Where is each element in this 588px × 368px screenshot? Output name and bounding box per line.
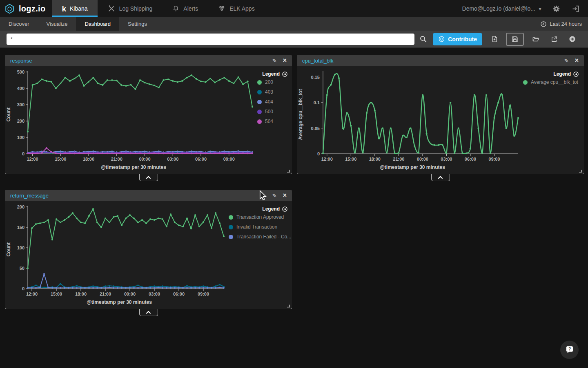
legend-label: Transaction Approved bbox=[236, 214, 284, 220]
remove-panel-button[interactable]: × bbox=[575, 57, 579, 64]
svg-text:15:00: 15:00 bbox=[55, 157, 66, 162]
remove-panel-button[interactable]: × bbox=[283, 192, 287, 199]
search-icon bbox=[419, 35, 427, 43]
share-dashboard-button[interactable] bbox=[545, 36, 563, 43]
help-button[interactable]: ? bbox=[560, 341, 579, 359]
panel-header[interactable]: return_message ✎ × bbox=[5, 190, 292, 201]
legend-item[interactable]: 200 bbox=[257, 79, 291, 85]
edit-panel-button[interactable]: ✎ bbox=[564, 58, 569, 63]
panel-header[interactable]: cpu_total_blk ✎ × bbox=[297, 55, 584, 66]
legend-label: 500 bbox=[265, 109, 273, 114]
edit-panel-button[interactable]: ✎ bbox=[272, 58, 277, 63]
legend-color-dot bbox=[229, 235, 233, 239]
panel-resize-handle[interactable] bbox=[287, 305, 290, 307]
query-toolbar: Contribute bbox=[0, 31, 588, 48]
legend-item[interactable]: 404 bbox=[257, 99, 291, 105]
svg-text:15:00: 15:00 bbox=[345, 157, 356, 162]
svg-text:150: 150 bbox=[17, 225, 24, 230]
panel-collapse-button[interactable] bbox=[139, 309, 158, 316]
legend-item[interactable]: 403 bbox=[257, 89, 291, 95]
panel-header[interactable]: response ✎ × bbox=[5, 55, 292, 66]
panel-return-message: return_message ✎ × Count 05010015020012:… bbox=[5, 190, 292, 309]
legend-item[interactable]: Invalid Transaction bbox=[229, 224, 291, 230]
legend-collapse-icon bbox=[282, 72, 287, 77]
new-dashboard-button[interactable] bbox=[486, 35, 503, 43]
legend-toggle[interactable]: Legend bbox=[521, 70, 582, 79]
top-bar: logz.io k Kibana Log Shipping Alerts bbox=[0, 0, 588, 17]
edit-panel-button[interactable]: ✎ bbox=[272, 193, 277, 198]
y-axis-label: Count bbox=[5, 203, 12, 309]
svg-text:100: 100 bbox=[17, 135, 24, 140]
legend-label: 403 bbox=[265, 89, 273, 95]
svg-text:0: 0 bbox=[22, 286, 24, 291]
open-dashboard-button[interactable] bbox=[526, 36, 545, 43]
subtab-visualize[interactable]: Visualize bbox=[38, 17, 76, 31]
contribute-button[interactable]: Contribute bbox=[433, 33, 482, 45]
tab-kibana[interactable]: k Kibana bbox=[52, 0, 97, 17]
folder-open-icon bbox=[532, 36, 540, 43]
legend-item[interactable]: 504 bbox=[257, 119, 291, 124]
clock-icon bbox=[540, 21, 547, 27]
svg-text:21:00: 21:00 bbox=[393, 157, 404, 162]
panel-title[interactable]: cpu_total_blk bbox=[302, 58, 334, 64]
svg-text:06:00: 06:00 bbox=[195, 157, 207, 162]
line-chart-response[interactable]: 010020030040050012:0015:0018:0021:0000:0… bbox=[12, 68, 255, 164]
legend-color-dot bbox=[229, 215, 233, 220]
legend-collapse-icon bbox=[573, 72, 579, 77]
save-dashboard-button[interactable] bbox=[506, 33, 524, 46]
svg-text:18:00: 18:00 bbox=[83, 157, 94, 162]
share-external-icon bbox=[550, 36, 558, 43]
legend-toggle[interactable]: Legend bbox=[226, 204, 291, 214]
panel-resize-handle[interactable] bbox=[287, 170, 290, 173]
tab-elk-apps[interactable]: ELK Apps bbox=[208, 0, 265, 17]
svg-text:18:00: 18:00 bbox=[369, 157, 381, 162]
dashboard-grid: response ✎ × Count 010020030040050012:00… bbox=[0, 48, 588, 368]
svg-text:0.15: 0.15 bbox=[311, 75, 320, 80]
legend-color-dot bbox=[257, 119, 262, 124]
subtab-settings[interactable]: Settings bbox=[119, 17, 156, 31]
panel-collapse-button[interactable] bbox=[431, 174, 450, 181]
panel-cpu-total-blk: cpu_total_blk ✎ × Average cpu__blk_tot 0… bbox=[297, 55, 584, 174]
svg-text:200: 200 bbox=[17, 119, 24, 123]
query-input[interactable] bbox=[7, 34, 414, 45]
logout-button[interactable] bbox=[571, 4, 580, 13]
line-chart-return-message[interactable]: 05010015020012:0015:0018:0021:0000:0003:… bbox=[12, 203, 226, 299]
time-range-label: Last 24 hours bbox=[550, 21, 582, 27]
legend-item[interactable]: Average cpu__blk_tot bbox=[523, 79, 582, 85]
panel-title[interactable]: response bbox=[10, 58, 32, 64]
legend-label: 200 bbox=[265, 79, 273, 85]
legend-item[interactable]: Transaction Approved bbox=[229, 214, 291, 220]
svg-text:03:00: 03:00 bbox=[441, 157, 452, 162]
legend-color-dot bbox=[257, 100, 262, 104]
add-panel-button[interactable] bbox=[563, 35, 581, 43]
legend-item[interactable]: Transaction Failed - Co... bbox=[229, 234, 291, 240]
remove-panel-button[interactable]: × bbox=[283, 57, 287, 64]
help-bubble-icon: ? bbox=[565, 345, 575, 355]
svg-text:0: 0 bbox=[22, 151, 24, 156]
subtab-dashboard[interactable]: Dashboard bbox=[76, 17, 119, 31]
svg-text:00:00: 00:00 bbox=[417, 157, 428, 162]
x-axis-caption: @timestamp per 30 minutes bbox=[12, 299, 226, 307]
svg-text:12:00: 12:00 bbox=[321, 157, 333, 162]
line-chart-cpu-total-blk[interactable]: 00.050.10.1512:0015:0018:0021:0000:0003:… bbox=[304, 68, 521, 164]
tab-log-shipping[interactable]: Log Shipping bbox=[98, 0, 163, 17]
panel-collapse-button[interactable] bbox=[139, 174, 158, 181]
legend-toggle[interactable]: Legend bbox=[255, 70, 291, 79]
svg-text:09:00: 09:00 bbox=[488, 157, 500, 162]
svg-text:0.1: 0.1 bbox=[314, 100, 320, 105]
legend-item[interactable]: 500 bbox=[257, 109, 291, 114]
settings-gear-button[interactable] bbox=[552, 4, 561, 13]
panel-resize-handle[interactable] bbox=[579, 170, 582, 173]
panel-title[interactable]: return_message bbox=[10, 193, 49, 199]
plus-circle-icon bbox=[568, 35, 576, 43]
subtab-discover[interactable]: Discover bbox=[0, 17, 38, 31]
logzio-logo[interactable]: logz.io bbox=[0, 0, 52, 17]
search-button[interactable] bbox=[414, 35, 433, 43]
chevron-up-icon bbox=[146, 176, 151, 179]
sign-out-icon bbox=[571, 4, 580, 13]
time-range-picker[interactable]: Last 24 hours bbox=[540, 17, 588, 31]
svg-text:0: 0 bbox=[317, 151, 320, 156]
account-menu[interactable]: Demo@Logz.io (daniel@lo... ▾ bbox=[462, 5, 541, 12]
legend-label: Invalid Transaction bbox=[236, 224, 277, 230]
tab-alerts[interactable]: Alerts bbox=[162, 0, 208, 17]
